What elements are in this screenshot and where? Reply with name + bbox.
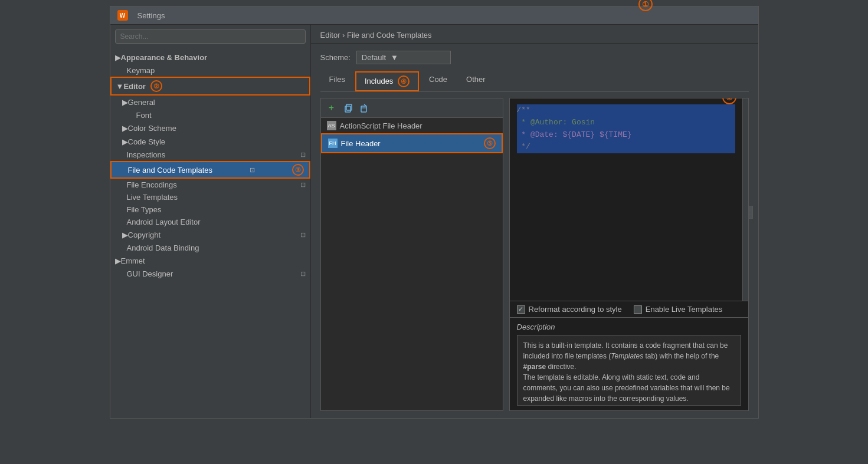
- live-templates-checkbox[interactable]: [634, 305, 642, 314]
- sidebar-item-emmet[interactable]: ▶ Emmet: [110, 254, 310, 268]
- expand-arrow-editor: ▼: [116, 82, 124, 91]
- sidebar-list: ▶ Appearance & Behavior Keymap ▼ Editor …: [110, 48, 310, 418]
- sidebar-item-label-editor: Editor: [123, 82, 146, 91]
- file-encodings-badge: ⊡: [300, 181, 306, 189]
- code-content[interactable]: /** * @Author: Gosin * @Date: ${DATE} ${…: [510, 98, 742, 301]
- scheme-label: Scheme:: [320, 53, 351, 62]
- tab-code[interactable]: Code: [420, 71, 456, 91]
- scheme-row: Scheme: Default ▼: [320, 51, 749, 64]
- sidebar-item-live-templates[interactable]: Live Templates: [110, 191, 310, 203]
- sidebar-item-file-encodings[interactable]: File Encodings ⊡: [110, 179, 310, 191]
- file-code-templates-badge: ⊡: [250, 166, 255, 174]
- code-scrollbar[interactable]: [742, 98, 748, 301]
- sidebar-item-label-file-encodings: File Encodings: [127, 180, 177, 189]
- sidebar-item-label-keymap: Keymap: [127, 66, 155, 75]
- expand-arrow-appearance: ▶: [115, 53, 121, 62]
- template-item-file-header-label: File Header: [341, 139, 381, 148]
- sidebar-item-label-code-style: Code Style: [128, 137, 166, 146]
- code-line-2: * @Author: Gosin: [517, 117, 735, 129]
- tab-files-label: Files: [329, 75, 345, 84]
- app-logo: W: [117, 10, 128, 21]
- reformat-checkbox[interactable]: [517, 305, 525, 314]
- sidebar-item-label-emmet: Emmet: [121, 256, 145, 265]
- template-item-actionscript[interactable]: AS ActionScript File Header: [321, 118, 503, 133]
- sidebar-item-label-inspections: Inspections: [127, 150, 166, 159]
- code-line-3: * @Date: ${DATE} ${TIME}: [517, 129, 735, 141]
- dialog-title-text: Settings: [137, 11, 165, 20]
- copy-template-button[interactable]: [341, 101, 355, 115]
- sidebar-item-label-android-layout: Android Layout Editor: [127, 218, 201, 226]
- description-title: Description: [517, 323, 741, 331]
- sidebar-item-label-copyright: Copyright: [128, 231, 161, 239]
- settings-sidebar: ▶ Appearance & Behavior Keymap ▼ Editor …: [110, 25, 311, 418]
- add-template-button[interactable]: +: [325, 101, 339, 115]
- annotation-5: ⑤: [484, 137, 496, 149]
- code-line-1: /**: [517, 104, 735, 117]
- sidebar-item-copyright[interactable]: ▶ Copyright ⊡: [110, 228, 310, 242]
- tab-files[interactable]: Files: [320, 71, 354, 91]
- sidebar-item-label-gui-designer: GUI Designer: [127, 269, 173, 278]
- expand-arrow-color-scheme: ▶: [122, 124, 128, 133]
- sidebar-item-font[interactable]: Font: [110, 109, 310, 121]
- sidebar-item-inspections[interactable]: Inspections ⊡: [110, 149, 310, 161]
- scheme-arrow-icon: ▼: [391, 53, 398, 62]
- sidebar-item-android-data[interactable]: Android Data Binding: [110, 242, 310, 254]
- content-area: Scheme: Default ▼ Files Includes: [311, 44, 758, 418]
- template-list-toolbar: +: [321, 98, 503, 118]
- expand-arrow-copyright: ▶: [122, 231, 128, 239]
- sidebar-item-label-file-types: File Types: [127, 205, 162, 214]
- sidebar-item-label-font: Font: [136, 111, 152, 120]
- delete-template-button[interactable]: [358, 101, 372, 115]
- settings-dialog: W Settings ✕ ▶ Appearance & Behavior: [110, 6, 759, 419]
- tabs-bar: Files Includes ④ Code Other: [320, 71, 749, 92]
- svg-rect-2: [361, 106, 366, 112]
- inspections-badge: ⊡: [300, 151, 306, 159]
- sidebar-item-appearance[interactable]: ▶ Appearance & Behavior: [110, 51, 310, 64]
- breadcrumb-text: Editor › File and Code Templates: [320, 31, 432, 40]
- tab-includes-label: Includes: [365, 77, 393, 85]
- sidebar-item-label-live-templates: Live Templates: [127, 193, 178, 202]
- dialog-body: ▶ Appearance & Behavior Keymap ▼ Editor …: [110, 25, 758, 418]
- sidebar-item-file-code-templates[interactable]: File and Code Templates ⊡ ③: [110, 161, 310, 179]
- sidebar-item-editor[interactable]: ▼ Editor ②: [110, 77, 310, 96]
- tab-other[interactable]: Other: [457, 71, 494, 91]
- expand-arrow-code-style: ▶: [122, 137, 128, 146]
- live-templates-checkbox-row: Enable Live Templates: [634, 305, 723, 314]
- file-header-icon: FH: [328, 139, 338, 148]
- expand-arrow-general: ▶: [122, 98, 128, 107]
- annotation-3: ③: [292, 164, 304, 176]
- sidebar-item-keymap[interactable]: Keymap: [110, 64, 310, 77]
- sidebar-item-label-appearance: Appearance & Behavior: [121, 53, 208, 62]
- sidebar-item-file-types[interactable]: File Types: [110, 203, 310, 216]
- sidebar-item-general[interactable]: ▶ General: [110, 96, 310, 109]
- search-input[interactable]: [115, 29, 306, 44]
- live-templates-label: Enable Live Templates: [646, 305, 723, 314]
- code-line-4: */: [517, 141, 735, 153]
- tab-includes[interactable]: Includes ④: [355, 71, 419, 91]
- reformat-checkbox-row: Reformat according to style: [517, 305, 622, 314]
- sidebar-item-label-file-code-templates: File and Code Templates: [128, 166, 213, 175]
- description-text: This is a built-in template. It contains…: [517, 335, 741, 406]
- template-panel: +: [320, 98, 749, 411]
- editor-footer: Reformat according to style Enable Live …: [510, 301, 748, 317]
- tab-code-label: Code: [429, 75, 447, 84]
- sidebar-item-android-layout[interactable]: Android Layout Editor: [110, 216, 310, 228]
- actionscript-icon: AS: [327, 121, 336, 130]
- breadcrumb: Editor › File and Code Templates: [311, 25, 758, 44]
- dialog-title-bar: W Settings ✕: [110, 6, 758, 25]
- code-editor: ⑥ /** * @Author: Gosin * @Date: ${DATE} …: [509, 98, 749, 411]
- scheme-value: Default: [362, 53, 386, 62]
- main-content: Editor › File and Code Templates Scheme:…: [311, 25, 758, 418]
- sidebar-item-code-style[interactable]: ▶ Code Style: [110, 135, 310, 149]
- sidebar-item-gui-designer[interactable]: GUI Designer ⊡: [110, 268, 310, 280]
- sidebar-item-label-android-data: Android Data Binding: [127, 243, 199, 252]
- annotation-2: ②: [150, 80, 162, 92]
- description-section: Description This is a built-in template.…: [510, 317, 748, 410]
- template-list-items: AS ActionScript File Header FH File Head…: [321, 118, 503, 410]
- annotation-4: ④: [398, 75, 410, 87]
- template-item-file-header[interactable]: FH File Header ⑤: [321, 133, 503, 153]
- sidebar-item-color-scheme[interactable]: ▶ Color Scheme: [110, 121, 310, 135]
- scheme-select[interactable]: Default ▼: [356, 51, 451, 64]
- gui-designer-badge: ⊡: [300, 270, 306, 278]
- sidebar-item-label-color-scheme: Color Scheme: [128, 124, 176, 133]
